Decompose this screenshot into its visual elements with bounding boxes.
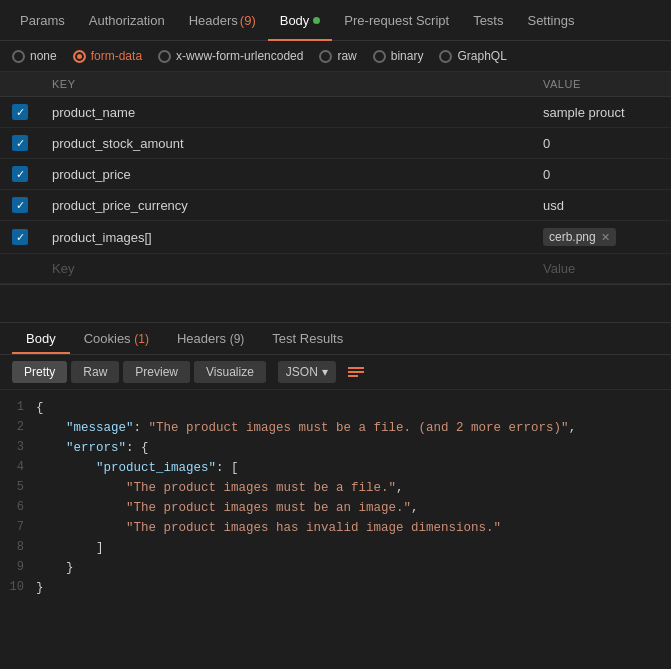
file-tag-close[interactable]: ✕ [601,231,610,244]
code-line-6: 6 "The product images must be an image."… [0,498,671,518]
code-line-5: 5 "The product images must be a file.", [0,478,671,498]
format-preview[interactable]: Preview [123,361,190,383]
checkbox-row5[interactable] [12,229,28,245]
checkbox-row4[interactable] [12,197,28,213]
value-cell-row1[interactable]: sample prouct [531,97,671,128]
body-type-row: none form-data x-www-form-urlencoded raw… [0,41,671,72]
radio-form-data[interactable]: form-data [73,49,142,63]
code-line-9: 9 } [0,558,671,578]
radio-circle-urlencoded [158,50,171,63]
code-line-1: 1 { [0,398,671,418]
table-row: product_stock_amount 0 [0,128,671,159]
code-line-8: 8 ] [0,538,671,558]
radio-urlencoded[interactable]: x-www-form-urlencoded [158,49,303,63]
top-nav: Params Authorization Headers (9) Body Pr… [0,0,671,41]
spacer [0,285,671,323]
code-line-7: 7 "The product images has invalid image … [0,518,671,538]
radio-graphql[interactable]: GraphQL [439,49,506,63]
table-placeholder-row: Key Value [0,254,671,284]
format-json-select[interactable]: JSON ▾ [278,361,336,383]
table-header-row: KEY VALUE [0,72,671,97]
tab-tests[interactable]: Tests [461,0,515,41]
key-cell-row3[interactable]: product_price [40,159,531,190]
form-table: KEY VALUE product_name sample prouct pro… [0,72,671,284]
placeholder-value: Value [531,254,671,284]
response-section: Body Cookies (1) Headers (9) Test Result… [0,323,671,606]
checkbox-row1[interactable] [12,104,28,120]
table-row: product_price 0 [0,159,671,190]
tab-params[interactable]: Params [8,0,77,41]
code-line-2: 2 "message": "The product images must be… [0,418,671,438]
value-cell-row5[interactable]: cerb.png ✕ [531,221,671,254]
table-row: product_price_currency usd [0,190,671,221]
value-cell-row4[interactable]: usd [531,190,671,221]
format-raw[interactable]: Raw [71,361,119,383]
code-line-10: 10 } [0,578,671,598]
file-tag: cerb.png ✕ [543,228,616,246]
body-dot [313,17,320,24]
tab-headers[interactable]: Headers (9) [177,0,268,41]
radio-none[interactable]: none [12,49,57,63]
response-tab-body[interactable]: Body [12,323,70,354]
table-row: product_images[] cerb.png ✕ [0,221,671,254]
checkbox-row2[interactable] [12,135,28,151]
col-checkbox [0,72,40,97]
radio-raw[interactable]: raw [319,49,356,63]
response-tab-headers[interactable]: Headers (9) [163,323,258,354]
radio-binary[interactable]: binary [373,49,424,63]
radio-circle-graphql [439,50,452,63]
radio-circle-raw [319,50,332,63]
key-cell-row1[interactable]: product_name [40,97,531,128]
col-value: VALUE [531,72,671,97]
lines-icon[interactable] [348,367,364,377]
code-line-3: 3 "errors": { [0,438,671,458]
format-pretty[interactable]: Pretty [12,361,67,383]
tab-pre-request[interactable]: Pre-request Script [332,0,461,41]
code-block: 1 { 2 "message": "The product images mus… [0,390,671,606]
format-row: Pretty Raw Preview Visualize JSON ▾ [0,355,671,390]
tab-authorization[interactable]: Authorization [77,0,177,41]
response-tab-cookies[interactable]: Cookies (1) [70,323,163,354]
value-cell-row2[interactable]: 0 [531,128,671,159]
form-table-section: KEY VALUE product_name sample prouct pro… [0,72,671,285]
radio-circle-none [12,50,25,63]
key-cell-row4[interactable]: product_price_currency [40,190,531,221]
format-visualize[interactable]: Visualize [194,361,266,383]
value-cell-row3[interactable]: 0 [531,159,671,190]
radio-circle-binary [373,50,386,63]
key-cell-row2[interactable]: product_stock_amount [40,128,531,159]
radio-circle-form-data [73,50,86,63]
col-key: KEY [40,72,531,97]
table-row: product_name sample prouct [0,97,671,128]
placeholder-key[interactable]: Key [40,254,531,284]
code-line-4: 4 "product_images": [ [0,458,671,478]
response-tab-test-results[interactable]: Test Results [258,323,357,354]
response-tabs: Body Cookies (1) Headers (9) Test Result… [0,323,671,355]
checkbox-row3[interactable] [12,166,28,182]
key-cell-row5[interactable]: product_images[] [40,221,531,254]
tab-body[interactable]: Body [268,0,333,41]
tab-settings[interactable]: Settings [515,0,586,41]
